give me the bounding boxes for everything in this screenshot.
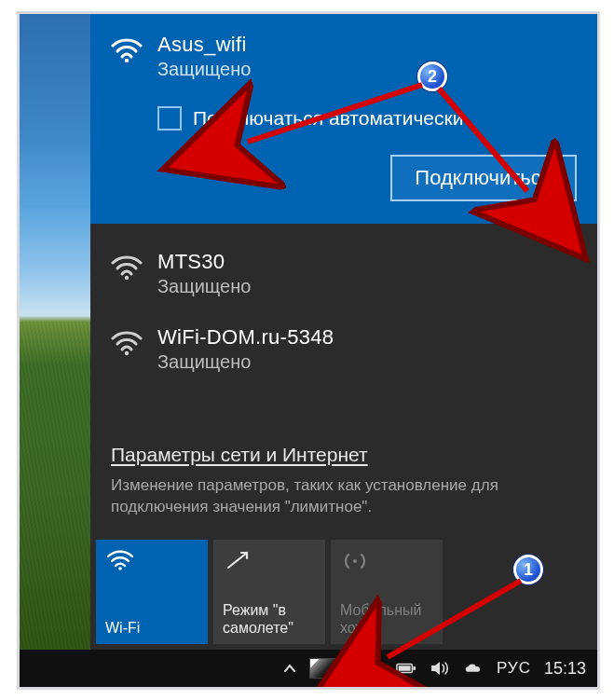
tile-mobile-hotspot[interactable]: Мобильныйхот-... — [331, 540, 443, 644]
wifi-icon — [111, 36, 143, 62]
wifi-icon — [107, 549, 133, 571]
auto-connect-checkbox[interactable]: Подключаться автоматически — [157, 106, 577, 130]
network-settings-link[interactable]: Параметры сети и Интернет — [111, 444, 577, 466]
selected-network-panel[interactable]: Asus_wifi Защищено Подключаться автомати… — [90, 14, 597, 224]
available-networks-list: MTS30 Защищено WiFi-DOM.ru-5348 Защищено — [90, 224, 597, 410]
desktop-wallpaper — [20, 14, 90, 655]
network-name: WiFi-DOM.ru-5348 — [157, 325, 334, 350]
taskbar-thumbnail[interactable] — [309, 658, 335, 679]
quick-action-tiles: Wi-Fi Режим "в самолете" Мобильныйхот-..… — [90, 530, 448, 650]
network-name: MTS30 — [157, 250, 251, 274]
svg-point-5 — [372, 674, 375, 677]
language-indicator[interactable]: РУС — [497, 659, 531, 678]
svg-point-4 — [353, 559, 357, 563]
wifi-icon — [111, 254, 143, 280]
screenshot-frame: Asus_wifi Защищено Подключаться автомати… — [17, 11, 600, 690]
network-item[interactable]: MTS30 Защищено — [111, 250, 577, 297]
network-flyout: Asus_wifi Защищено Подключаться автомати… — [90, 14, 597, 650]
tile-hotspot-label: Мобильныйхот-... — [340, 602, 433, 637]
selected-network-name: Asus_wifi — [157, 33, 251, 57]
svg-point-1 — [125, 276, 129, 280]
network-status: Защищено — [157, 351, 334, 373]
checkbox-box — [157, 106, 182, 130]
tile-airplane-label: Режим "в самолете" — [223, 602, 316, 637]
wifi-icon — [111, 329, 143, 355]
svg-point-2 — [125, 351, 129, 355]
tile-wifi[interactable]: Wi-Fi — [96, 540, 208, 644]
tile-wifi-label: Wi-Fi — [105, 620, 198, 637]
settings-description: Изменение параметров, таких как установл… — [111, 475, 549, 518]
wifi-tray-icon[interactable] — [362, 660, 383, 677]
settings-section: Параметры сети и Интернет Изменение пара… — [90, 410, 597, 535]
selected-network-row: Asus_wifi Защищено — [111, 33, 577, 80]
onedrive-tray-icon[interactable] — [463, 660, 484, 677]
hotspot-icon — [342, 549, 368, 571]
battery-tray-icon[interactable] — [396, 660, 416, 677]
connect-button[interactable]: Подключиться — [390, 155, 577, 201]
volume-tray-icon[interactable] — [430, 660, 450, 677]
network-item[interactable]: WiFi-DOM.ru-5348 Защищено — [111, 325, 577, 373]
selected-network-status: Защищено — [157, 59, 251, 80]
taskbar-clock[interactable]: 15:13 — [544, 659, 586, 679]
svg-rect-7 — [399, 666, 411, 671]
svg-point-0 — [125, 59, 129, 62]
auto-connect-label: Подключаться автоматически — [193, 107, 463, 130]
network-status: Защищено — [157, 276, 251, 297]
chevron-up-icon[interactable] — [283, 662, 296, 675]
taskbar: * РУС 15:13 — [20, 650, 597, 687]
svg-rect-8 — [413, 666, 416, 670]
tile-airplane-mode[interactable]: Режим "в самолете" — [213, 540, 325, 644]
airplane-icon — [225, 549, 251, 571]
network-status-asterisk: * — [348, 659, 355, 679]
svg-point-3 — [118, 567, 122, 570]
